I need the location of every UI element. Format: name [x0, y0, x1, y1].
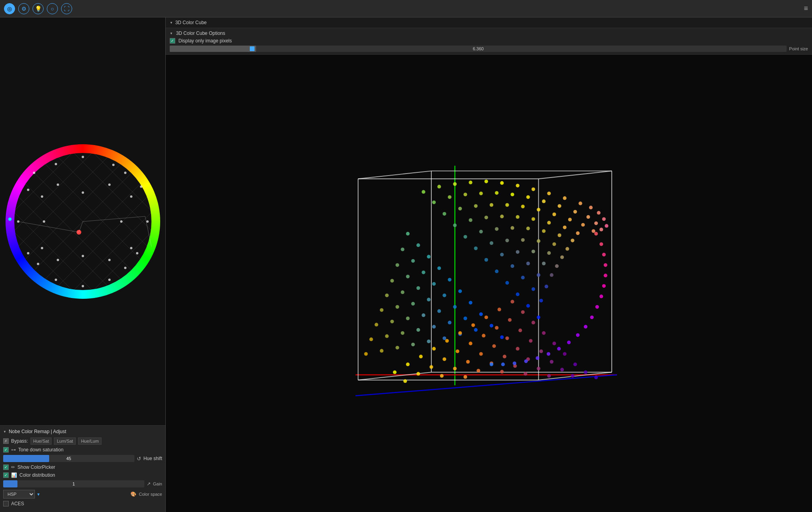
- svg-point-53: [37, 263, 39, 265]
- color-wheel[interactable]: [6, 144, 160, 299]
- svg-point-95: [599, 228, 603, 231]
- svg-point-263: [524, 359, 528, 363]
- svg-point-201: [542, 331, 546, 335]
- svg-point-227: [524, 372, 527, 376]
- color-space-dropdown-arrow: ▼: [36, 492, 40, 497]
- toolbar-icon-4[interactable]: ○: [47, 3, 58, 14]
- svg-point-90: [542, 199, 546, 203]
- svg-line-13: [14, 272, 33, 290]
- aces-checkbox[interactable]: [3, 501, 9, 506]
- svg-point-28: [112, 164, 115, 166]
- cube-collapse-icon[interactable]: ▼: [170, 21, 173, 25]
- svg-point-164: [421, 271, 425, 274]
- color-dots: [364, 180, 608, 383]
- svg-point-154: [427, 255, 431, 258]
- toolbar-icon-2[interactable]: ⚙: [18, 3, 29, 14]
- svg-point-142: [506, 281, 509, 285]
- options-collapse-icon[interactable]: ▼: [170, 32, 173, 35]
- tone-down-checkbox[interactable]: [3, 447, 9, 453]
- svg-point-234: [456, 350, 459, 353]
- svg-point-186: [416, 328, 420, 332]
- svg-point-243: [440, 374, 444, 378]
- svg-point-207: [498, 308, 501, 311]
- svg-point-44: [120, 220, 123, 223]
- toolbar-menu[interactable]: ≡: [804, 4, 808, 13]
- svg-point-144: [537, 273, 540, 277]
- point-size-row: 6.360 Point size: [170, 46, 808, 52]
- svg-point-49: [41, 247, 43, 249]
- svg-point-195: [370, 338, 373, 341]
- svg-point-161: [500, 335, 504, 339]
- svg-point-31: [136, 252, 138, 254]
- color-wheel-area[interactable]: [0, 17, 165, 425]
- wheel-grid-svg: [14, 153, 151, 290]
- options-title: 3D Color Cube Options: [176, 31, 225, 36]
- svg-line-26: [14, 153, 33, 171]
- svg-point-173: [427, 298, 431, 301]
- panel-header: ▼ Nobe Color Remap | Adjust: [3, 429, 162, 434]
- svg-point-172: [416, 286, 420, 290]
- svg-point-213: [560, 368, 564, 371]
- svg-point-256: [590, 315, 594, 319]
- svg-point-130: [565, 247, 569, 250]
- svg-point-177: [390, 279, 394, 283]
- colorpicker-checkbox[interactable]: [3, 464, 9, 470]
- svg-point-208: [508, 318, 511, 322]
- svg-point-174: [437, 309, 441, 313]
- svg-point-254: [599, 294, 603, 298]
- svg-point-128: [537, 239, 540, 243]
- controls-panel: ▼ Nobe Color Remap | Adjust Bypass: Hue/…: [0, 425, 165, 512]
- tab-lum-sat[interactable]: Lum/Sat: [54, 437, 76, 445]
- svg-point-193: [385, 334, 389, 338]
- bypass-label: Bypass:: [11, 438, 28, 444]
- color-dist-checkbox[interactable]: [3, 472, 9, 478]
- svg-point-180: [421, 313, 425, 317]
- svg-point-261: [547, 352, 550, 355]
- color-space-dropdown[interactable]: HSP RGB HSL: [3, 490, 35, 499]
- color-space-label: Color space: [139, 492, 162, 497]
- toolbar-icon-3[interactable]: 💡: [33, 3, 44, 14]
- tab-hue-sat[interactable]: Hue/Sat: [31, 437, 52, 445]
- svg-line-62: [358, 171, 431, 179]
- toolbar-icon-1[interactable]: ◎: [4, 3, 15, 14]
- svg-point-246: [393, 371, 396, 374]
- panel-collapse-icon[interactable]: ▼: [3, 430, 6, 434]
- svg-point-139: [526, 262, 530, 265]
- svg-point-88: [511, 193, 514, 196]
- toolbar-icon-5[interactable]: ⛶: [61, 3, 72, 14]
- svg-point-116: [463, 235, 467, 239]
- colorpicker-row: ✏ Show ColorPicker: [3, 464, 162, 470]
- svg-point-162: [401, 248, 404, 251]
- color-dist-slider-row: 1 ↗ Gain: [3, 480, 162, 487]
- svg-point-199: [521, 310, 525, 314]
- gain-icon: ↗: [147, 481, 151, 487]
- tab-hue-lum[interactable]: Hue/Lum: [78, 437, 102, 445]
- point-size-slider[interactable]: 6.360: [170, 46, 787, 52]
- toolbar: ◎ ⚙ 💡 ○ ⛶ ≡: [0, 0, 812, 17]
- hue-shift-reset[interactable]: ↺: [137, 456, 141, 462]
- svg-point-114: [563, 225, 567, 229]
- svg-point-188: [380, 308, 383, 312]
- svg-point-163: [411, 259, 415, 263]
- svg-point-97: [458, 207, 462, 210]
- bypass-checkbox[interactable]: [3, 438, 9, 444]
- svg-point-248: [594, 232, 598, 235]
- svg-point-191: [411, 343, 415, 346]
- svg-point-223: [482, 334, 485, 337]
- svg-point-82: [605, 224, 608, 227]
- wheel-inner: [14, 153, 151, 290]
- cube-area[interactable]: [166, 55, 812, 512]
- svg-point-136: [560, 255, 564, 259]
- svg-point-99: [490, 203, 493, 207]
- color-dist-slider[interactable]: 1: [3, 480, 144, 487]
- color-dist-icon: 📊: [11, 472, 17, 478]
- svg-point-149: [526, 304, 530, 308]
- tone-down-slider-row: 45 ↺ Hue shift: [3, 455, 162, 462]
- svg-point-71: [469, 181, 472, 184]
- tone-down-slider[interactable]: 45: [3, 455, 134, 462]
- svg-point-257: [584, 325, 587, 329]
- display-pixels-checkbox[interactable]: [170, 38, 175, 44]
- svg-point-151: [537, 315, 540, 319]
- svg-point-108: [469, 218, 472, 222]
- svg-point-211: [539, 350, 543, 353]
